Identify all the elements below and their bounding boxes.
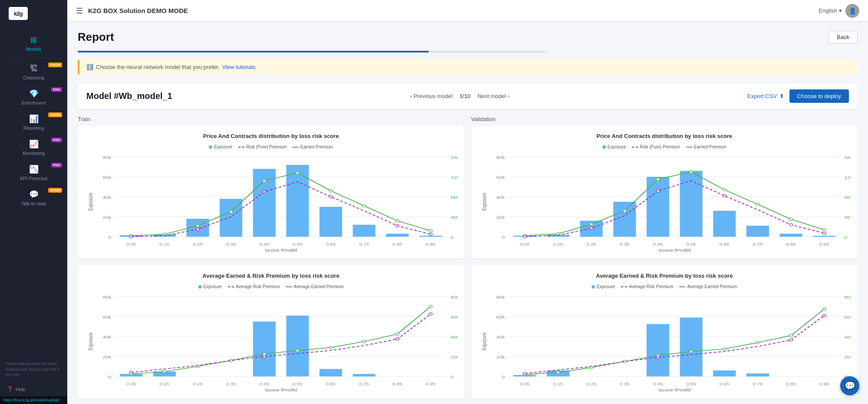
monitoring-icon: 📈 xyxy=(29,139,39,149)
svg-text:600: 600 xyxy=(450,315,457,319)
svg-point-81 xyxy=(589,223,593,226)
hamburger-icon[interactable]: ☰ xyxy=(76,6,83,16)
svg-point-188 xyxy=(656,356,660,359)
back-button[interactable]: Back xyxy=(829,31,858,43)
sidebar-item-talk-to-data[interactable]: SOON 💬 Talk-to-data xyxy=(0,185,67,210)
svg-text:0.85: 0.85 xyxy=(392,382,402,386)
svg-text:0: 0 xyxy=(844,235,847,240)
svg-text:0.55: 0.55 xyxy=(686,243,696,246)
svg-text:40k: 40k xyxy=(496,335,505,339)
train-chart2-section: Average Earned & Risk Premium by loss ri… xyxy=(78,266,464,398)
svg-text:Exposure: Exposure xyxy=(481,332,487,350)
svg-text:400: 400 xyxy=(844,335,851,339)
svg-text:0: 0 xyxy=(108,375,111,379)
page-content: Report Back ℹ️ Choose the neural network… xyxy=(67,22,868,404)
language-label: English xyxy=(819,7,837,14)
user-avatar[interactable]: 👤 xyxy=(845,4,859,18)
svg-text:Score [Profit]: Score [Profit] xyxy=(265,388,297,391)
svg-point-32 xyxy=(362,204,366,207)
val-exposure-legend-dot xyxy=(602,145,606,149)
svg-text:0.75: 0.75 xyxy=(359,243,369,246)
sidebar-item-models[interactable]: ⊞ Models xyxy=(0,31,67,56)
svg-rect-77 xyxy=(779,234,802,237)
val-earned-premium-legend-line xyxy=(686,147,692,148)
models-icon: ⊞ xyxy=(30,35,37,45)
svg-text:0.05: 0.05 xyxy=(520,382,530,386)
svg-text:0.35: 0.35 xyxy=(620,382,630,386)
sidebar-item-reporting[interactable]: SOON 📊 Reporting xyxy=(0,110,67,135)
sidebar-item-enrichment[interactable]: PRO 💎 Enrichment xyxy=(0,85,67,110)
val-legend-risk-premium: Risk (Pure) Premium xyxy=(632,145,680,149)
svg-point-182 xyxy=(689,350,693,353)
svg-text:4M: 4M xyxy=(450,215,457,220)
prev-model-button[interactable]: ‹ Previous model xyxy=(410,93,453,99)
sidebar-item-talk-label: Talk-to-data xyxy=(21,201,46,206)
svg-text:80k: 80k xyxy=(103,295,112,299)
sidebar-item-kpi-forecast[interactable]: PRO 📉 KPI Forecast xyxy=(0,160,67,185)
svg-text:0.45: 0.45 xyxy=(260,243,270,246)
svg-point-190 xyxy=(822,314,826,317)
sidebar-item-cleansing-label: Cleansing xyxy=(23,75,44,80)
export-csv-button[interactable]: Export CSV ⬆ xyxy=(747,93,784,99)
info-banner: ℹ️ Choose the neural network model that … xyxy=(78,59,858,75)
topbar: ☰ K2G BOX Solution DEMO MODE English ▾ 👤 xyxy=(67,0,868,22)
svg-text:0.95: 0.95 xyxy=(426,243,436,246)
train-chart2-svg: 0 20k 40k 60k 80k 0 200 400 600 800 xyxy=(85,292,457,391)
svg-point-82 xyxy=(623,210,626,212)
export-label: Export CSV xyxy=(747,93,777,99)
choose-to-deploy-button[interactable]: Choose to deploy xyxy=(789,89,849,103)
svg-point-187 xyxy=(523,372,526,375)
model-actions: Export CSV ⬆ Choose to deploy xyxy=(747,89,849,103)
svg-text:0.25: 0.25 xyxy=(193,382,203,386)
svg-text:40k: 40k xyxy=(103,195,112,200)
svg-text:0.15: 0.15 xyxy=(553,243,563,246)
progress-bar-container xyxy=(78,51,546,53)
page-title: Report xyxy=(78,30,114,44)
t2-exposure-dot xyxy=(198,285,202,289)
model-navigation: ‹ Previous model 1/10 Next model › xyxy=(410,93,510,99)
model-name: Model #Wb_model_1 xyxy=(86,91,172,101)
sidebar-divider-1 xyxy=(7,58,60,58)
view-tutorials-link[interactable]: View tutorials xyxy=(222,64,256,70)
svg-text:12M: 12M xyxy=(450,175,457,180)
sidebar-item-monitoring[interactable]: PRO 📈 Monitoring xyxy=(0,135,67,160)
val-legend-earned-premium: Earned Premium xyxy=(686,145,727,149)
svg-point-85 xyxy=(723,189,726,191)
svg-text:0.45: 0.45 xyxy=(260,382,270,386)
svg-rect-174 xyxy=(680,318,702,377)
svg-text:8M: 8M xyxy=(450,195,457,200)
svg-text:400: 400 xyxy=(450,335,457,339)
train-chart2-legend: Exposure Average Risk Premium Average Ea… xyxy=(85,284,457,289)
exposure-legend-dot xyxy=(209,145,212,149)
next-model-button[interactable]: Next model › xyxy=(477,93,510,99)
language-selector[interactable]: English ▾ xyxy=(819,7,842,14)
upload-icon: ⬆ xyxy=(779,93,784,99)
svg-text:0.85: 0.85 xyxy=(392,243,402,246)
legend-earned-premium: Earned Premium xyxy=(293,145,333,149)
svg-rect-73 xyxy=(646,177,669,237)
reporting-badge: SOON xyxy=(48,112,62,117)
train-chart1-svg: 0 20k 40k 60k 80k 0 4M 8M 12M 16M xyxy=(85,152,457,252)
validation-chart2-section: Average Earned & Risk Premium by loss ri… xyxy=(471,266,858,398)
svg-rect-24 xyxy=(419,236,442,236)
train-chart1-card: Price And Contracts distribution by loss… xyxy=(78,126,464,259)
sidebar-help[interactable]: ❓ Help xyxy=(0,382,67,396)
sidebar-logo: k2g xyxy=(0,0,67,27)
svg-text:0.55: 0.55 xyxy=(293,382,302,386)
svg-text:80k: 80k xyxy=(103,155,112,160)
svg-text:0.95: 0.95 xyxy=(819,243,829,246)
sidebar-item-cleansing[interactable]: SOON 🏗 Cleansing xyxy=(0,60,67,85)
svg-point-184 xyxy=(756,341,760,344)
svg-text:60k: 60k xyxy=(103,175,112,180)
validation-chart1-legend: Exposure Risk (Pure) Premium Earned Prem… xyxy=(478,145,851,149)
sidebar-url: https://box.k2g.ai/models/upload xyxy=(0,396,67,404)
validation-section: Validation Price And Contracts distribut… xyxy=(471,116,858,259)
svg-point-27 xyxy=(196,224,200,227)
svg-text:0.45: 0.45 xyxy=(653,243,663,246)
chat-bubble[interactable]: 💬 xyxy=(840,376,859,395)
svg-text:800: 800 xyxy=(844,295,851,299)
train-section: Train Price And Contracts distribution b… xyxy=(78,116,464,259)
svg-text:0.35: 0.35 xyxy=(226,243,236,246)
svg-point-93 xyxy=(789,223,792,226)
monitoring-badge: PRO xyxy=(51,138,62,142)
